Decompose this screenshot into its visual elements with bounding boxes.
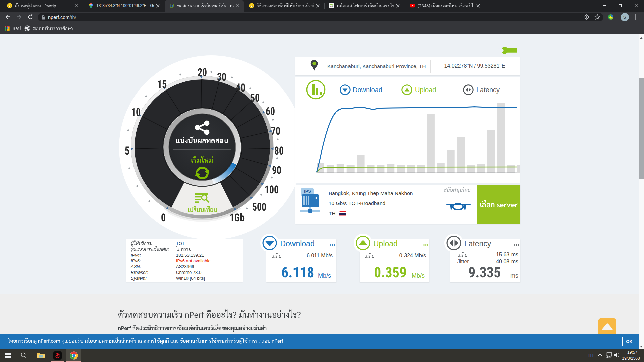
svg-text:AIS: AIS <box>330 6 333 8</box>
